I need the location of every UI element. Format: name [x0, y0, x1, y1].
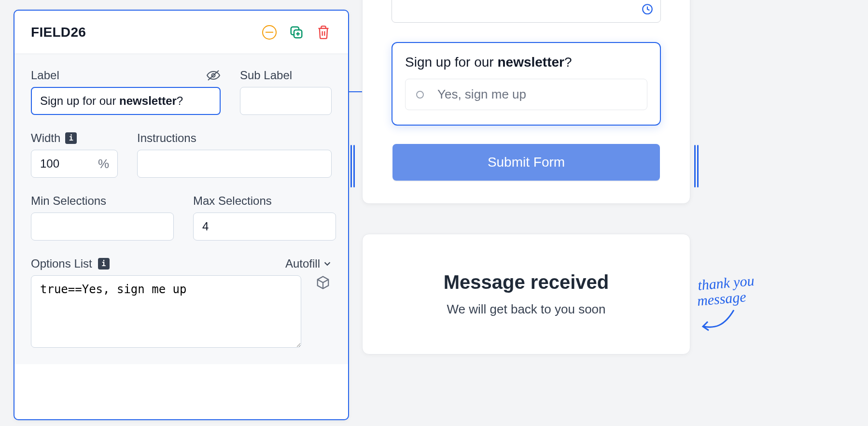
submit-button[interactable]: Submit Form — [392, 144, 660, 181]
copy-plus-icon — [289, 25, 304, 40]
width-info-button[interactable]: i — [65, 132, 77, 144]
newsletter-option[interactable]: Yes, sign me up — [405, 79, 647, 110]
label-value-suffix: ? — [177, 94, 183, 107]
autofill-label: Autofill — [285, 257, 320, 270]
question-bold: newsletter — [497, 55, 564, 70]
thank-you-subtitle: We will get back to you soon — [447, 302, 605, 317]
sublabel-heading: Sub Label — [240, 69, 332, 82]
label-value-prefix: Sign up for our — [40, 94, 119, 107]
min-selections-heading: Min Selections — [31, 194, 174, 208]
instructions-section: Instructions — [137, 131, 332, 178]
duplicate-button[interactable] — [288, 24, 305, 41]
width-heading: Width i — [31, 131, 118, 145]
info-icon: i — [69, 134, 73, 142]
instructions-input[interactable] — [137, 150, 332, 178]
editor-header: FIELD26 — [14, 11, 348, 54]
drag-handle-left[interactable] — [350, 145, 355, 187]
newsletter-field-preview[interactable]: Sign up for our newsletter? Yes, sign me… — [392, 42, 661, 126]
previous-field-placeholder[interactable] — [392, 0, 661, 23]
sublabel-section: Sub Label — [240, 69, 332, 115]
delete-button[interactable] — [315, 24, 332, 41]
options-list-heading-text: Options List — [31, 257, 92, 270]
min-selections-section: Min Selections — [31, 194, 174, 241]
min-selections-input[interactable] — [31, 213, 174, 241]
radio-icon — [416, 91, 424, 99]
max-selections-section: Max Selections — [193, 194, 336, 241]
handwritten-annotation: thank you message — [697, 263, 863, 308]
trash-icon — [317, 25, 330, 40]
question-suffix: ? — [564, 55, 572, 70]
thank-you-title: Message received — [444, 271, 609, 293]
editor-actions — [261, 24, 332, 41]
options-list-heading: Options List i — [31, 257, 110, 270]
label-section: Label Sign up for our newsletter? — [31, 69, 221, 115]
options-list-textarea[interactable] — [31, 275, 301, 348]
label-value-bold: newsletter — [119, 94, 177, 107]
autofill-dropdown[interactable]: Autofill — [285, 257, 332, 270]
thank-you-card: Message received We will get back to you… — [362, 234, 690, 355]
width-section: Width i % — [31, 131, 118, 178]
label-input[interactable]: Sign up for our newsletter? — [31, 87, 221, 115]
width-unit: % — [98, 156, 109, 171]
question-prefix: Sign up for our — [405, 55, 497, 70]
width-heading-text: Width — [31, 131, 60, 145]
package-icon[interactable] — [316, 275, 330, 290]
circle-minus-icon — [262, 25, 277, 40]
drag-handle-right[interactable] — [694, 145, 699, 187]
field-id-title: FIELD26 — [31, 25, 86, 40]
label-heading-text: Label — [31, 69, 59, 82]
newsletter-option-label: Yes, sign me up — [437, 87, 526, 102]
field-editor-panel: FIELD26 — [14, 10, 349, 420]
newsletter-question: Sign up for our newsletter? — [405, 55, 647, 70]
instructions-heading: Instructions — [137, 131, 332, 145]
info-icon: i — [101, 259, 106, 268]
eye-off-icon — [206, 70, 221, 81]
chevron-down-icon — [323, 259, 332, 268]
max-selections-heading: Max Selections — [193, 194, 336, 208]
editor-body: Label Sign up for our newsletter? Sub — [14, 54, 348, 364]
options-list-section: Options List i Autofill — [31, 257, 332, 350]
label-heading: Label — [31, 69, 221, 82]
annotation-arrow-icon — [700, 307, 739, 336]
options-info-button[interactable]: i — [98, 258, 110, 270]
sublabel-input[interactable] — [240, 87, 332, 115]
hide-label-button[interactable] — [206, 70, 221, 81]
form-preview-card: Sign up for our newsletter? Yes, sign me… — [362, 0, 690, 204]
max-selections-input[interactable] — [193, 213, 336, 241]
clock-icon — [641, 3, 654, 15]
collapse-button[interactable] — [261, 24, 278, 41]
